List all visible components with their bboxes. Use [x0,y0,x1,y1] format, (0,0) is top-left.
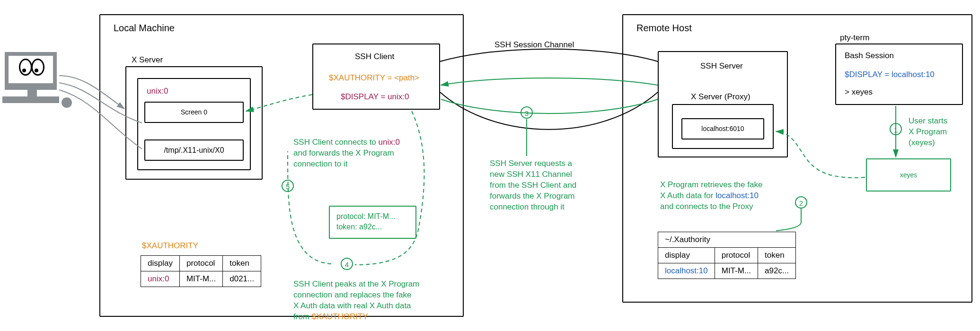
step-2-text: X Program retrieves the fake X Auth data… [660,180,783,212]
local-xauth-h-token: token [223,256,261,271]
xeyes-label: xeyes [900,171,918,179]
step-4-badge: 4 [341,258,353,270]
local-xauth-protocol: MIT-M... [179,271,222,287]
ssh-channel-label: SSH Session Channel [494,40,574,50]
remote-xauth-token: a92c... [758,263,796,279]
xserver-title: X Server [132,55,163,65]
step-1-badge: 1 [890,123,902,135]
local-xauth-title: $XAUTHORITY [142,241,198,251]
step-5-badge: 5 [282,180,294,192]
proxy-listen: localhost:6010 [681,118,764,139]
local-xauth-h-display: display [141,256,180,271]
local-xauth-token: d021... [223,271,261,287]
remote-host-title: Remote Host [636,23,692,34]
local-xauth-h-protocol: protocol [179,256,222,271]
xserver-socket: /tmp/.X11-unix/X0 [144,139,244,161]
xeyes-box: xeyes [866,158,951,192]
xserver-display: unix:0 [147,87,168,96]
step-1-text: User starts X Program (xeyes) [909,116,975,148]
remote-xauth-protocol: MIT-M... [715,263,758,279]
step-3-badge: 3 [521,106,533,119]
bash-session-title: Bash Session [845,51,894,61]
bash-display: $DISPLAY = localhost:10 [845,70,935,79]
packet-line1: protocol: MIT-M... [336,211,409,222]
ssh-client-title: SSH Client [355,52,394,61]
step-5-text: SSH Client connects to unix:0 and forwar… [293,137,416,170]
remote-xauth-h-protocol: protocol [715,248,758,263]
step-3-text: SSH Server requests a new SSH X11 Channe… [490,158,594,213]
bash-prompt: > xeyes [845,87,873,97]
local-machine-title: Local Machine [114,23,175,34]
step-2-badge: 2 [795,196,807,209]
packet-line2: token: a92c... [336,222,409,232]
proxy-title: X Server (Proxy) [691,92,750,102]
ssh-client-xauthority: $XAUTHORITY = <path> [329,73,419,83]
remote-xauth-caption: ~/.Xauthority [658,232,796,248]
local-xauth-table: display protocol token unix:0 MIT-M... d… [141,255,261,287]
step-4-text: SSH Client peaks at the X Program connec… [293,279,445,322]
xserver-screen: Screen 0 [144,102,244,123]
ssh-server-title: SSH Server [700,61,743,71]
remote-xauth-table: ~/.Xauthority display protocol token loc… [658,232,796,279]
local-xauth-display: unix:0 [141,271,180,287]
ssh-client-display: $DISPLAY = unix:0 [341,92,409,102]
pty-term-title: pty-term [840,33,869,43]
remote-xauth-display: localhost:10 [658,263,715,279]
monitor-icon [5,52,59,103]
xauth-packet-box: protocol: MIT-M... token: a92c... [329,206,416,239]
remote-xauth-h-token: token [758,248,796,263]
remote-xauth-h-display: display [658,248,715,263]
